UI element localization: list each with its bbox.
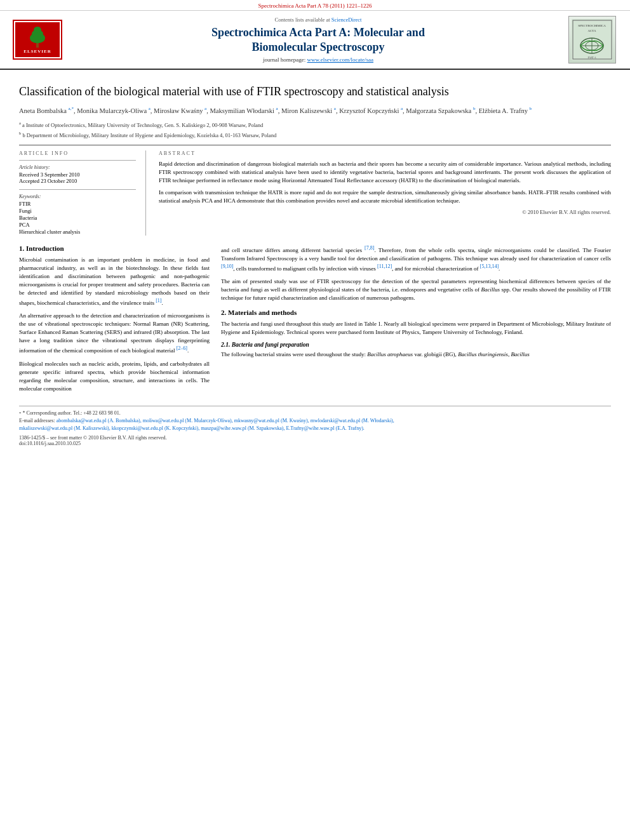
section1-body: Microbial contamination is an important … (19, 256, 210, 393)
top-bar: Spectrochimica Acta Part A 78 (2011) 122… (0, 0, 630, 11)
affil-text-b: b Department of Microbiology, Military I… (22, 132, 276, 138)
section1-heading: 1. Introduction (19, 244, 210, 252)
main-body: 1. Introduction Microbial contamination … (19, 244, 611, 446)
doi-line: doi:10.1016/j.saa.2010.10.025 (19, 441, 611, 446)
section1-right-para1: and cell structure differs among differe… (221, 244, 611, 273)
page-footer: * * Corresponding author. Tel.: +48 22 6… (19, 406, 611, 446)
ref-2-6[interactable]: [2–6] (177, 345, 187, 351)
email-1[interactable]: abombalska@wat.edu.pl (A. Bombalska), (57, 418, 142, 423)
section1-right-body: and cell structure differs among differe… (221, 244, 611, 302)
keyword-5: Hierarchical cluster analysis (19, 229, 136, 235)
article-body: ARTICLE INFO Article history: Received 3… (19, 150, 611, 236)
article-title: Classification of the biological materia… (19, 84, 611, 99)
journal-title-line1: Spectrochimica Acta Part A: Molecular an… (211, 26, 425, 39)
col-right: and cell structure differs among differe… (221, 244, 611, 393)
abstract-para-1: Rapid detection and discrimination of da… (159, 160, 611, 185)
affil-sup-a5: a (334, 106, 336, 111)
affil-sup-a4: a (276, 106, 278, 111)
keywords-list: FTIR Fungi Bacteria PCA Hierarchical clu… (19, 201, 136, 235)
journal-citation: Spectrochimica Acta Part A 78 (2011) 122… (258, 3, 372, 9)
svg-text:SPECTROCHIMICA: SPECTROCHIMICA (578, 24, 606, 27)
journal-center: Contents lists available at ScienceDirec… (70, 17, 566, 63)
section21-para1: The following bacterial strains were use… (221, 350, 611, 359)
elsevier-tree-icon (22, 25, 53, 48)
affiliations: a a Institute of Optoelectronics, Milita… (19, 120, 611, 140)
affiliation-a: a a Institute of Optoelectronics, Milita… (19, 120, 611, 130)
email-5[interactable]: mkaliszewski@wat.edu.pl (M. Kaliszewski)… (19, 425, 111, 431)
journal-title: Spectrochimica Acta Part A: Molecular an… (76, 25, 560, 55)
corresponding-author-note: * Corresponding author. Tel.: +48 22 683… (23, 410, 121, 416)
content-area: Classification of the biological materia… (0, 70, 630, 453)
elsevier-wordmark: ELSEVIER (23, 49, 51, 54)
two-column-layout: 1. Introduction Microbial contamination … (19, 244, 611, 393)
article-info-heading: ARTICLE INFO (19, 150, 136, 156)
section21-body: The following bacterial strains were use… (221, 350, 611, 359)
section21-heading: 2.1. Bacteria and fungi preparation (221, 342, 611, 348)
keyword-2: Fungi (19, 208, 136, 214)
affil-sup-a6: a (401, 106, 403, 111)
email-3[interactable]: mkwasny@wat.edu.pl (M. Kwaśny), (234, 418, 309, 423)
ref-1[interactable]: [1] (156, 298, 161, 303)
email-7[interactable]: maszpa@wihe.waw.pl (M. Szpakowska), (201, 425, 285, 431)
spectrochimica-logo-icon: SPECTROCHIMICA ACTA PART A (568, 16, 616, 63)
section1-para2: An alternative approach to the detection… (19, 312, 210, 355)
col-left: 1. Introduction Microbial contamination … (19, 244, 210, 393)
email-2[interactable]: moliwa@wat.edu.pl (M. Mularczyk-Oliwa), (143, 418, 233, 423)
affil-sup-a1: a,* (69, 106, 74, 111)
email-6[interactable]: kkopczynski@wat.edu.pl (K. Kopczyński), (112, 425, 199, 431)
affil-text-a: a Institute of Optoelectronics, Military… (22, 121, 263, 128)
ref-11-12[interactable]: [11,12] (377, 263, 392, 269)
footnote-star: * * Corresponding author. Tel.: +48 22 6… (19, 410, 611, 416)
section2-heading: 2. Materials and methods (221, 309, 611, 316)
article-history-label: Article history: (19, 164, 136, 170)
svg-point-3 (34, 27, 41, 33)
email-addresses-label: E-mail addresses: (19, 418, 55, 423)
journal-homepage: journal homepage: www.elsevier.com/locat… (76, 57, 560, 63)
footnote-emails: E-mail addresses: abombalska@wat.edu.pl … (19, 418, 611, 423)
journal-header: ELSEVIER Contents lists available at Sci… (0, 11, 630, 70)
footnote-emails-2: mkaliszewski@wat.edu.pl (M. Kaliszewski)… (19, 425, 611, 431)
affiliation-b: b b Department of Microbiology, Military… (19, 130, 611, 140)
ref-9-10[interactable]: [9,10] (221, 263, 233, 269)
accepted-date: Accepted 23 October 2010 (19, 178, 136, 184)
abstract-para-2: In comparison with transmission techniqu… (159, 189, 611, 205)
ref-5-13-14[interactable]: [5,13,14] (480, 263, 499, 269)
keyword-1: FTIR (19, 201, 136, 207)
divider-thick (19, 145, 611, 145)
elsevier-logo-box: ELSEVIER (13, 20, 62, 60)
abstract-column: ABSTRACT Rapid detection and discriminat… (159, 150, 611, 236)
affil-marker-a: a (19, 121, 21, 125)
ref-7-8[interactable]: [7,8] (365, 245, 374, 251)
elsevier-logo: ELSEVIER (13, 20, 70, 60)
svg-rect-0 (36, 43, 39, 48)
email-8[interactable]: E.Trafny@wihe.waw.pl (E.A. Trafny). (286, 425, 364, 431)
authors: Aneta Bombalska a,*, Monika Mularczyk-Ol… (19, 105, 611, 116)
keyword-4: PCA (19, 222, 136, 228)
contents-label: Contents lists available at (275, 17, 330, 23)
section1-para1: Microbial contamination is an important … (19, 256, 210, 307)
sciencedirect-link[interactable]: ScienceDirect (332, 17, 362, 23)
section2-para1: The bacteria and fungi used throughout t… (221, 320, 611, 337)
footer-bottom: 1386-1425/$ – see front matter © 2010 El… (19, 435, 611, 446)
sciencedirect-line: Contents lists available at ScienceDirec… (76, 17, 560, 23)
star-marker: * (19, 411, 22, 416)
affil-sup-a3: a (204, 106, 206, 111)
journal-homepage-label: journal homepage: (263, 57, 305, 63)
spectrochimica-logo-svg: SPECTROCHIMICA ACTA PART A (572, 19, 613, 60)
issn-line: 1386-1425/$ – see front matter © 2010 El… (19, 435, 611, 441)
svg-text:ACTA: ACTA (587, 29, 596, 32)
affil-sup-b2: b (530, 106, 532, 111)
email-4[interactable]: mwlodarski@wat.edu.pl (M. Włodarski), (311, 418, 394, 423)
article-info-column: ARTICLE INFO Article history: Received 3… (19, 150, 146, 236)
section1-right-para2: The aim of presented study was use of FT… (221, 277, 611, 302)
page-wrapper: Spectrochimica Acta Part A 78 (2011) 122… (0, 0, 630, 840)
affil-sup-b1: b (473, 106, 476, 111)
elsevier-logo-inner: ELSEVIER (15, 22, 60, 57)
journal-title-line2: Biomolecular Spectroscopy (252, 41, 385, 53)
keywords-label: Keywords: (19, 194, 136, 199)
journal-homepage-link[interactable]: www.elsevier.com/locate/saa (307, 57, 373, 63)
abstract-heading: ABSTRACT (159, 150, 611, 156)
journal-logo-box: SPECTROCHIMICA ACTA PART A (566, 16, 617, 63)
section1-para3: Biological molecules such as nucleic aci… (19, 360, 210, 393)
copyright-line: © 2010 Elsevier B.V. All rights reserved… (159, 209, 611, 215)
